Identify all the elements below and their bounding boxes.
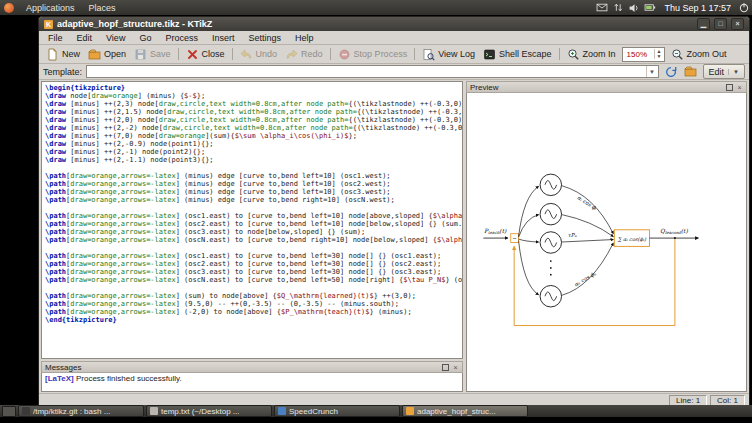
menu-help[interactable]: Help: [288, 33, 321, 43]
undo-icon: [240, 48, 253, 61]
close-button[interactable]: ×: [731, 18, 744, 30]
toolbar-new-label: New: [62, 49, 80, 59]
reload-template-icon[interactable]: [663, 64, 679, 79]
sum-curve-1: [562, 186, 613, 234]
close-icon: [186, 48, 199, 61]
code-line: \draw [minus] ++(2,-2) node[draw,circle,…: [45, 124, 462, 132]
edit-template-button[interactable]: Edit ▼: [703, 64, 745, 79]
code-line: \end{tikzpicture}: [45, 316, 462, 324]
code-line: \path[draw=orange,arrows=-latex] (oscN.e…: [45, 236, 462, 244]
sum-curve-3: [562, 240, 613, 242]
clock[interactable]: Thu Sep 1 17:57: [664, 3, 731, 13]
shell-icon: [483, 48, 496, 61]
toolbar-shell-button[interactable]: Shell Escape: [479, 47, 556, 62]
close-panel-icon[interactable]: ×: [452, 364, 459, 371]
toolbar-save-button: Save: [130, 47, 175, 62]
taskbar-item-terminal[interactable]: /tmp/ktikz.git : bash ...: [18, 405, 144, 417]
panel-menu-applications[interactable]: Applications: [19, 2, 82, 14]
toolbar-redo-label: Redo: [301, 49, 323, 59]
taskbar-item-calc[interactable]: SpeedCrunch: [274, 405, 400, 417]
battery-icon[interactable]: [644, 2, 656, 13]
code-line: \path[draw=orange,arrows=-latex] (sum) t…: [45, 292, 462, 300]
taskbar-item-label: temp.txt (~/Desktop ...: [161, 407, 239, 416]
code-line: \path[draw=orange,arrows=-latex] (osc2.e…: [45, 220, 462, 228]
editor-column: \begin{tikzpicture}\draw node[draw=orang…: [41, 81, 463, 392]
code-line: \path[draw=orange,arrows=-latex] (osc3.e…: [45, 268, 462, 276]
menu-go[interactable]: Go: [132, 33, 158, 43]
message-tag: [LaTeX]: [45, 374, 74, 383]
titlebar[interactable]: K adaptive_hopf_structure.tikz - KTikZ ▁…: [39, 17, 749, 31]
input-label: Pteach(t): [484, 228, 507, 235]
menu-settings[interactable]: Settings: [241, 33, 288, 43]
menu-process[interactable]: Process: [158, 33, 205, 43]
toolbar-viewlog-button[interactable]: View Log: [418, 47, 479, 62]
sum-curve-4: [562, 243, 613, 295]
zoom-level-value: 150%: [627, 50, 651, 59]
ellipsis-dots: [550, 260, 552, 275]
menu-edit[interactable]: Edit: [70, 33, 100, 43]
taskbar-item-ktikz[interactable]: adaptive_hopf_struc...: [402, 405, 528, 417]
code-line: \path[draw=orange,arrows=-latex] (osc2.e…: [45, 260, 462, 268]
zoom-level-combobox[interactable]: 150%▲▼: [622, 47, 665, 62]
taskbar: /tmp/ktikz.git : bash ...temp.txt (~/Des…: [0, 405, 752, 417]
panel-menu-places[interactable]: Places: [82, 2, 123, 14]
code-line: [45, 244, 462, 252]
taskbar-item-editor[interactable]: temp.txt (~/Desktop ...: [146, 405, 272, 417]
status-line: Line: 1: [669, 395, 707, 406]
show-desktop-button[interactable]: [2, 406, 16, 417]
code-line: \path[draw=orange,arrows=-latex] (minus)…: [45, 172, 462, 180]
zoomin-icon: [567, 48, 580, 61]
message-text: Process finished successfully.: [74, 374, 182, 383]
code-line: \path[draw=orange,arrows=-latex] (-2,0) …: [45, 308, 462, 316]
preview-canvas: Pteach(t) −: [466, 93, 747, 392]
window-title: adaptive_hopf_structure.tikz - KTikZ: [57, 19, 693, 29]
tau-label: τPₙ: [568, 232, 578, 238]
open-template-folder-icon[interactable]: [683, 64, 699, 79]
toolbar-close-button[interactable]: Close: [182, 47, 229, 62]
toolbar-separator: [330, 48, 331, 60]
volume-icon[interactable]: [628, 2, 640, 13]
messages-panel: Messages × [LaTeX] Process finished succ…: [41, 361, 463, 392]
ktikz-icon: [406, 407, 414, 415]
close-panel-icon[interactable]: ×: [736, 84, 743, 91]
code-line: \path[draw=orange,arrows=-latex] (minus)…: [45, 188, 462, 196]
maximize-button[interactable]: □: [714, 18, 727, 30]
viewlog-icon: [422, 48, 435, 61]
toolbar-new-button[interactable]: New: [42, 47, 84, 62]
toolbar-zoomin-button[interactable]: Zoom In: [563, 47, 620, 62]
preview-header: Preview ×: [466, 81, 747, 93]
code-line: \draw [minus] ++(2,-1) node(point2){};: [45, 148, 462, 156]
toolbar-open-button[interactable]: Open: [84, 47, 130, 62]
toolbar-shell-label: Shell Escape: [499, 49, 552, 59]
float-panel-icon[interactable]: [442, 364, 449, 371]
network-icon[interactable]: [612, 2, 624, 13]
float-panel-icon[interactable]: [726, 84, 733, 91]
taskbar-item-label: adaptive_hopf_struc...: [417, 407, 496, 416]
fan-curve-3: [519, 239, 539, 242]
power-icon[interactable]: [738, 2, 750, 13]
minus-sign: −: [513, 235, 517, 242]
ktikz-window: K adaptive_hopf_structure.tikz - KTikZ ▁…: [38, 16, 750, 407]
chevron-down-icon[interactable]: ▼: [646, 66, 658, 77]
status-col: Col: 1: [710, 395, 745, 406]
fan-curve-4: [519, 241, 539, 295]
redo-icon: [285, 48, 298, 61]
code-line: \draw [minus] ++(7,0) node[draw=orange](…: [45, 132, 462, 140]
messages-title: Messages: [45, 363, 439, 372]
template-combobox[interactable]: ▼: [86, 65, 659, 78]
menubar: FileEditViewGoProcessInsertSettingsHelp: [39, 31, 749, 45]
toolbar-zoomout-button[interactable]: Zoom Out: [667, 47, 731, 62]
minimize-button[interactable]: ▁: [697, 18, 710, 30]
toolbar-separator: [559, 48, 560, 60]
code-editor[interactable]: \begin{tikzpicture}\draw node[draw=orang…: [41, 81, 463, 359]
toolbar-undo-button: Undo: [236, 47, 282, 62]
fan-curve-1: [519, 186, 539, 236]
menu-insert[interactable]: Insert: [205, 33, 242, 43]
menu-file[interactable]: File: [41, 33, 70, 43]
mail-icon[interactable]: [596, 2, 608, 13]
zoom-spinner[interactable]: ▲▼: [654, 49, 664, 59]
open-icon: [88, 48, 101, 61]
menu-view[interactable]: View: [99, 33, 132, 43]
toolbar-zoomin-label: Zoom In: [583, 49, 616, 59]
distributor-logo-icon[interactable]: [4, 3, 14, 13]
